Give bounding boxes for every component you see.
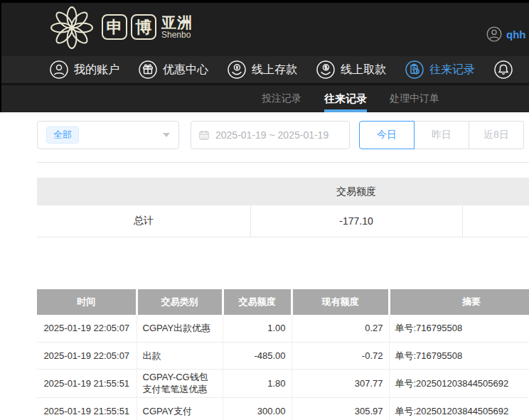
main-navigation: 我的账户 优惠中心 线上存款 [0,56,529,85]
button-label: 昨日 [432,129,451,141]
cell-balance: 305.97 [292,397,389,420]
user-icon [50,60,68,79]
withdraw-coin-hand-icon [316,60,335,79]
cell-amount: 1.80 [223,369,292,397]
summary-header-empty [37,178,250,205]
nav-item-online-withdraw[interactable]: 线上取款 [316,60,386,79]
today-button[interactable]: 今日 [359,121,415,149]
quick-date-buttons: 今日 昨日 近8日 [359,121,524,149]
section-divider [37,162,529,163]
nav-label: 线上存款 [252,63,297,77]
category-tag[interactable]: 全部 [46,126,79,144]
column-header-amount: 交易额度 [223,289,292,315]
button-label: 今日 [377,129,397,141]
nav-label: 线上取款 [341,63,386,77]
logo-wordmark: 亚洲 Shenbo [161,15,193,40]
nav-label: 往来记录 [429,63,475,77]
bell-icon [494,60,513,79]
summary-total-row: 总计 -177.10 [37,205,529,237]
brand-logo[interactable]: 申 博 亚洲 Shenbo [50,4,193,50]
tab-betting-records[interactable]: 投注记录 [262,85,301,112]
nav-label: 优惠中心 [163,63,208,77]
records-subnav: 投注记录 往来记录 处理中订单 [0,85,529,112]
summary-empty-cell [462,205,529,237]
summary-total-label: 总计 [37,205,250,237]
flower-logo-icon [50,4,94,50]
user-avatar-icon [486,26,502,42]
cell-amount: 1.00 [223,315,292,342]
column-header-type: 交易类别 [137,289,223,315]
table-row: 2025-01-19 22:05:07 出款 -485.00 -0.72 单号:… [37,342,529,369]
nav-item-my-account[interactable]: 我的账户 [50,60,119,79]
cell-balance: 0.27 [292,315,389,342]
cell-time: 2025-01-19 21:55:51 [37,397,137,420]
logo-region-text: 亚洲 [161,15,193,31]
last-8-days-button[interactable]: 近8日 [469,121,524,149]
tab-processing-orders[interactable]: 处理中订单 [390,85,439,112]
cell-time: 2025-01-19 21:55:51 [37,369,137,397]
summary-header-amount: 交易额度 [250,178,462,205]
cell-memo: 单号:202501203844505692 [389,369,529,397]
table-row: 2025-01-19 21:55:51 CGPAY支付 300.00 305.9… [37,397,529,420]
logo-char-box: 申 [102,14,127,40]
logo-char-box: 博 [131,14,156,40]
chevron-down-icon [163,133,170,137]
date-range-picker[interactable]: 2025-01-19 ~ 2025-01-19 [191,121,350,149]
cell-amount: -485.00 [223,342,292,369]
cell-time: 2025-01-19 22:05:07 [37,315,137,342]
cell-memo: 单号:716795508 [389,342,529,369]
column-header-balance: 现有额度 [292,289,389,315]
transaction-records-page: 申 博 亚洲 Shenbo qhh 我的账户 [0,0,529,420]
column-header-time: 时间 [37,289,137,315]
button-label: 近8日 [483,129,509,141]
cell-memo: 单号:202501203844505692 [389,397,529,420]
username-text[interactable]: qhh [506,28,526,41]
cell-memo: 单号:716795508 [389,315,529,342]
calendar-icon [198,129,210,141]
cell-type: CGPAY支付 [137,397,223,420]
tab-label: 往来记录 [324,92,367,106]
category-select[interactable]: 全部 [37,121,179,149]
summary-total-amount: -177.10 [250,205,462,237]
nav-item-online-deposit[interactable]: 线上存款 [228,60,297,79]
site-header: 申 博 亚洲 Shenbo qhh [0,3,529,56]
nav-label: 我的账户 [74,63,119,77]
user-account[interactable]: qhh [486,26,526,42]
records-tabs: 投注记录 往来记录 处理中订单 [262,85,439,112]
table-row: 2025-01-19 21:55:51 CGPAY-CG钱包支付笔笔送优惠 1.… [37,369,529,397]
records-header-row: 时间 交易类别 交易额度 现有额度 摘要 [37,289,529,315]
cell-balance: -0.72 [292,342,389,369]
date-range-value[interactable]: 2025-01-19 ~ 2025-01-19 [215,129,328,141]
cell-time: 2025-01-19 22:05:07 [37,342,137,369]
logo-subtitle-text: Shenbo [161,31,193,40]
deposit-coin-hand-icon [228,60,246,79]
tab-transaction-records[interactable]: 往来记录 [324,85,367,112]
nav-item-transaction-records[interactable]: 往来记录 [405,60,475,79]
cell-type: 出款 [137,342,223,369]
summary-table: 交易额度 总计 -177.10 [37,178,529,237]
gift-icon [139,60,157,79]
summary-header-empty [462,178,529,205]
records-clipboard-clock-icon [405,60,424,79]
nav-item-announcements[interactable] [494,60,518,79]
table-row: 2025-01-19 22:05:07 CGPAY出款优惠 1.00 0.27 … [37,315,529,342]
cell-amount: 300.00 [223,397,292,420]
summary-header-row: 交易额度 [37,178,529,205]
cell-balance: 307.77 [292,369,389,397]
column-header-memo: 摘要 [389,289,529,315]
tab-label: 投注记录 [262,92,301,105]
window-left-edge [0,0,1,112]
records-table: 时间 交易类别 交易额度 现有额度 摘要 2025-01-19 22:05:07… [37,289,529,420]
cell-type: CGPAY-CG钱包支付笔笔送优惠 [137,369,223,397]
nav-item-promotions[interactable]: 优惠中心 [139,60,208,79]
yesterday-button[interactable]: 昨日 [414,121,469,149]
cell-type: CGPAY出款优惠 [137,315,223,342]
tab-label: 处理中订单 [390,92,439,105]
